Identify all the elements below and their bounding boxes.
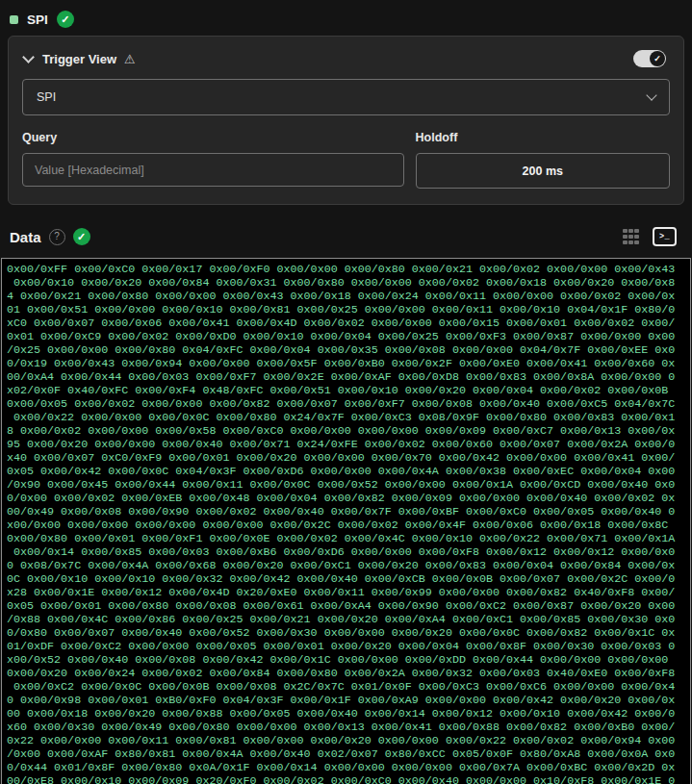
- protocol-select[interactable]: SPI: [22, 79, 670, 115]
- data-line: 0x05 0x00/0x42 0x00/0x0C 0x04/0x3F 0x00/…: [7, 465, 690, 478]
- chevron-down-icon: [646, 89, 656, 100]
- data-line: 0 0x00/0x98 0x00/0x01 0xB0/0xF0 0x04/0x3…: [7, 694, 690, 707]
- trigger-fields-row: Query Holdoff 200 ms: [22, 131, 670, 189]
- data-line: 0x00/0x22 0x00/0x00 0x00/0x0C 0x00/0x80 …: [7, 411, 690, 424]
- data-line: 0C 0x00/0x10 0x00/0x10 0x00/0x32 0x00/0x…: [7, 572, 690, 586]
- data-title: Data: [10, 229, 41, 245]
- help-icon[interactable]: ?: [49, 229, 65, 245]
- data-line: /0x88 0x00/0x4C 0x00/0x86 0x00/0x25 0x00…: [7, 613, 690, 626]
- data-line: 0/0x00 0x00/0x02 0x00/0xEB 0x00/0x48 0x0…: [7, 492, 690, 505]
- app-header: SPI ✓: [0, 0, 692, 36]
- data-line: 0x00/0x10 0x00/0x20 0x00/0x84 0x00/0x31 …: [7, 276, 690, 290]
- data-line: 0x00/0x80 0x00/0x01 0x00/0xF1 0x00/0x0E …: [7, 532, 690, 545]
- query-input[interactable]: [22, 153, 404, 187]
- data-line: 0/0x44 0x01/0x8F 0x00/0x80 0x0A/0x1F 0x0…: [7, 761, 690, 774]
- trigger-view-title: Trigger View: [42, 52, 116, 66]
- chevron-down-icon: [22, 51, 35, 63]
- data-line: x40 0x00/0x07 0xC0/0xF9 0x00/0x01 0x00/0…: [7, 451, 690, 465]
- grid-view-icon[interactable]: [623, 229, 639, 245]
- check-circle-icon: ✓: [57, 11, 74, 28]
- data-line: 0/0x19 0x00/0x43 0x00/0x94 0x00/0x00 0x0…: [7, 357, 690, 370]
- data-line: x02/0x0F 0x40/0xFC 0x00/0xF4 0x48/0xFC 0…: [7, 384, 690, 397]
- trigger-view-header[interactable]: Trigger View ⚠ ✓: [9, 37, 683, 77]
- data-line: 0x01 0x00/0xC9 0x00/0x02 0x00/0xD0 0x00/…: [7, 330, 690, 343]
- data-line: 0x05 0x00/0x01 0x00/0x80 0x00/0x08 0x00/…: [7, 599, 690, 613]
- data-line: 0x00/0xC2 0x00/0x0C 0x00/0x0B 0x00/0x08 …: [7, 680, 690, 694]
- data-line: /0x90 0x00/0x45 0x00/0x44 0x00/0x11 0x00…: [7, 478, 690, 492]
- toggle-knob-check-icon: ✓: [650, 51, 665, 66]
- data-line: 00/0x49 0x00/0x08 0x00/0x90 0x00/0x02 0x…: [7, 505, 690, 518]
- data-line: 0x00/0x14 0x00/0x85 0x00/0x03 0x00/0xB6 …: [7, 545, 690, 559]
- terminal-view-icon[interactable]: >_: [653, 227, 677, 246]
- trigger-view-panel: Trigger View ⚠ ✓ SPI Query Holdoff 200 m…: [8, 36, 684, 205]
- data-line: 4 0x00/0x21 0x00/0x80 0x00/0x00 0x00/0x4…: [7, 290, 690, 303]
- data-line: xC0 0x00/0x07 0x00/0x06 0x00/0x41 0x00/0…: [7, 316, 690, 330]
- data-line: 0/0x80 0x00/0x07 0x00/0x40 0x00/0x52 0x0…: [7, 626, 690, 640]
- data-console[interactable]: 0x00/0xFF 0x00/0xC0 0x00/0x17 0x00/0xF0 …: [1, 258, 691, 784]
- warning-icon: ⚠: [124, 53, 136, 65]
- data-line: 0x22 0x00/0x00 0x00/0x11 0x00/0x81 0x00/…: [7, 734, 690, 747]
- holdoff-label: Holdoff: [416, 131, 670, 144]
- data-line: 8 0x00/0x02 0x00/0x00 0x00/0x58 0x00/0xC…: [7, 424, 690, 438]
- data-line: 00 0x00/0x18 0x00/0x20 0x00/0x88 0x00/0x…: [7, 707, 690, 721]
- data-line: 0x00/0x20 0x00/0x24 0x00/0x02 0x00/0x84 …: [7, 667, 690, 680]
- data-line: x00/0x52 0x00/0x40 0x00/0x08 0x00/0x42 0…: [7, 653, 690, 667]
- data-line: /0x25 0x00/0x00 0x00/0x80 0x04/0xFC 0x00…: [7, 343, 690, 357]
- holdoff-value-field[interactable]: 200 ms: [416, 153, 670, 189]
- data-line: x00/0x00 0x00/0x00 0x00/0x00 0x00/0x00 0…: [7, 518, 690, 532]
- data-view-switcher: >_: [623, 227, 677, 246]
- data-line: 0x00/0x05 0x00/0x02 0x00/0x00 0x00/0x82 …: [7, 397, 690, 411]
- query-label: Query: [22, 131, 404, 144]
- trigger-enable-toggle[interactable]: ✓: [633, 50, 666, 67]
- data-line: 01 0x00/0x51 0x00/0x00 0x00/0x10 0x00/0x…: [7, 303, 690, 316]
- protocol-bullet-icon: [10, 15, 18, 24]
- data-line: x60 0x00/0x30 0x00/0x49 0x00/0x80 0x00/0…: [7, 721, 690, 734]
- check-circle-icon: ✓: [73, 228, 90, 245]
- data-line: 0 0x08/0x7C 0x00/0x4A 0x00/0x68 0x00/0x2…: [7, 559, 690, 572]
- data-line: 00/0xA4 0x00/0x44 0x00/0x03 0x00/0xF7 0x…: [7, 370, 690, 384]
- query-field-group: Query: [22, 131, 404, 189]
- data-header: Data ? ✓ >_: [10, 227, 682, 246]
- data-line: 95 0x00/0x20 0x00/0x00 0x00/0x40 0x00/0x…: [7, 438, 690, 451]
- holdoff-field-group: Holdoff 200 ms: [416, 131, 670, 189]
- data-line: 00/0xE8 0x00/0x10 0x00/0x09 0x20/0xF0 0x…: [7, 774, 690, 784]
- data-line: x28 0x00/0x1E 0x00/0x12 0x00/0x4D 0x20/0…: [7, 586, 690, 599]
- page-title: SPI: [27, 13, 48, 27]
- data-line: 0x00/0xFF 0x00/0xC0 0x00/0x17 0x00/0xF0 …: [7, 263, 690, 276]
- data-line: 01/0xDF 0x00/0xC2 0x00/0x00 0x00/0x05 0x…: [7, 640, 690, 653]
- protocol-select-value: SPI: [37, 90, 56, 104]
- data-line: /0x00 0x00/0xAF 0x80/0x81 0x00/0x4A 0x00…: [7, 747, 690, 761]
